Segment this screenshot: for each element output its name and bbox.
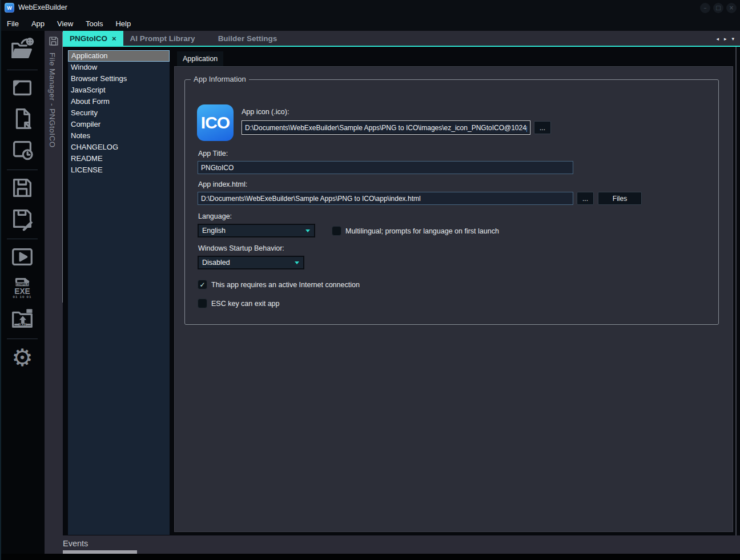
new-project-button[interactable]	[7, 75, 37, 103]
open-folder-globe-icon	[9, 37, 35, 65]
save-as-button[interactable]	[7, 206, 37, 234]
compile-exe-icon: COMPILE EXE 01 10 01	[9, 275, 35, 303]
app-window: W WebExeBuilder – □ × File App View Tool…	[0, 0, 740, 560]
run-preview-button[interactable]	[7, 244, 37, 272]
nav-item-compiler[interactable]: Compiler	[68, 119, 170, 130]
app-title-label: App Title:	[198, 150, 228, 158]
esc-label: ESC key can exit app	[211, 300, 280, 308]
nav-item-changelog[interactable]: CHANGELOG	[68, 142, 170, 153]
tab-scroll-left-icon[interactable]: ◂	[716, 36, 719, 42]
file-manager-strip[interactable]: File Manager - PNGtoICO	[45, 31, 63, 535]
import-file-button[interactable]	[7, 106, 37, 134]
tab-close-icon[interactable]: ×	[112, 34, 116, 43]
open-project-web-button[interactable]	[7, 37, 37, 65]
menu-file[interactable]: File	[0, 19, 25, 28]
app-icon-preview: ICO	[197, 104, 234, 141]
startup-value: Disabled	[202, 259, 230, 267]
menu-help[interactable]: Help	[109, 19, 137, 28]
multilingual-checkbox[interactable]: ✓	[332, 226, 341, 236]
menu-app[interactable]: App	[25, 19, 51, 28]
close-button[interactable]: ×	[726, 3, 737, 13]
app-logo-icon: W	[5, 3, 14, 13]
content-area: Application Window Browser Settings Java…	[63, 47, 740, 535]
window-left-edge	[0, 0, 1, 560]
new-window-icon	[9, 75, 35, 103]
title-bar: W WebExeBuilder – □ ×	[0, 0, 740, 16]
folder-export-exe-icon: EXE	[9, 305, 35, 334]
subtab-application[interactable]: Application	[177, 51, 223, 66]
chevron-down-icon	[305, 229, 310, 232]
maximize-button[interactable]: □	[713, 3, 723, 13]
file-clock-icon	[9, 136, 35, 165]
panel-edge-line	[735, 47, 737, 535]
app-index-browse-button[interactable]: ...	[577, 192, 594, 205]
events-tab[interactable]: Events	[63, 539, 88, 548]
export-exe-button[interactable]: EXE	[7, 305, 37, 334]
app-icon-label: App icon (.ico):	[242, 108, 289, 116]
nav-item-security[interactable]: Security	[68, 107, 170, 119]
document-tab-bar: PNGtoICO × AI Prompt Library Builder Set…	[63, 31, 740, 47]
compile-exe-button[interactable]: COMPILE EXE 01 10 01	[7, 275, 37, 303]
internet-checkbox[interactable]: ✓	[198, 280, 207, 289]
nav-item-browser-settings[interactable]: Browser Settings	[68, 73, 170, 84]
tab-label: PNGtoICO	[70, 34, 107, 43]
language-value: English	[202, 227, 226, 235]
multilingual-label: Multilingual; prompts for language on fi…	[345, 227, 499, 235]
checkmark-icon: ✓	[199, 281, 205, 288]
toolbar-separator	[7, 339, 38, 339]
tab-ai-prompt-library[interactable]: AI Prompt Library	[123, 31, 202, 46]
file-import-icon	[9, 106, 35, 134]
window-title: WebExeBuilder	[18, 3, 67, 11]
svg-text:EXE: EXE	[18, 322, 27, 327]
application-panel: App Information ICO App icon (.ico): ...…	[174, 66, 733, 532]
minimize-button[interactable]: –	[700, 3, 710, 13]
toolbar-separator	[7, 70, 38, 70]
tab-list-dropdown-icon[interactable]: ▾	[731, 36, 734, 42]
file-manager-strip-label[interactable]: File Manager - PNGtoICO	[48, 53, 57, 148]
tab-label: Builder Settings	[218, 34, 278, 43]
internet-label: This app requires an active Internet con…	[211, 281, 360, 289]
recent-files-button[interactable]	[7, 136, 37, 165]
play-icon	[9, 244, 35, 272]
menu-bar: File App View Tools Help	[0, 16, 740, 31]
gear-icon: ⚙	[11, 346, 33, 370]
language-select[interactable]: English	[198, 224, 315, 237]
tab-pngtoico[interactable]: PNGtoICO ×	[63, 31, 123, 46]
app-icon-browse-button[interactable]: ...	[534, 121, 551, 134]
save-icon	[9, 175, 35, 203]
chevron-down-icon	[295, 261, 299, 264]
files-button[interactable]: Files	[598, 192, 642, 205]
app-title-input[interactable]	[198, 161, 573, 174]
svg-text:COMPILE: COMPILE	[16, 283, 29, 286]
nav-item-about-form[interactable]: About Form	[68, 96, 170, 107]
startup-label: Windows Startup Behavior:	[198, 244, 284, 252]
events-bar: Events	[45, 535, 740, 554]
app-index-input[interactable]	[198, 192, 573, 205]
nav-item-application[interactable]: Application	[68, 50, 170, 62]
startup-select[interactable]: Disabled	[198, 256, 304, 269]
app-index-label: App index.html:	[198, 180, 247, 188]
app-information-group: App Information ICO App icon (.ico): ...…	[184, 79, 719, 325]
save-edit-icon	[9, 206, 35, 234]
language-label: Language:	[198, 212, 232, 220]
nav-item-readme[interactable]: README	[68, 153, 170, 164]
bottom-strip	[0, 554, 740, 560]
esc-checkbox[interactable]: ✓	[198, 299, 207, 308]
menu-view[interactable]: View	[51, 19, 79, 28]
nav-item-license[interactable]: LICENSE	[68, 164, 170, 176]
main-toolbar: COMPILE EXE 01 10 01 EXE	[0, 31, 45, 560]
nav-item-notes[interactable]: Notes	[68, 130, 170, 142]
save-button[interactable]	[7, 175, 37, 203]
menu-tools[interactable]: Tools	[79, 19, 109, 28]
section-nav-list: Application Window Browser Settings Java…	[68, 50, 170, 535]
toolbar-separator	[7, 170, 38, 170]
settings-button[interactable]: ⚙	[7, 344, 37, 372]
svg-text:01 10 01: 01 10 01	[13, 295, 31, 299]
workspace: COMPILE EXE 01 10 01 EXE	[0, 31, 740, 560]
file-manager-save-icon	[47, 34, 60, 50]
app-icon-path-input[interactable]	[242, 120, 530, 135]
tab-scroll-right-icon[interactable]: ▸	[724, 36, 727, 42]
tab-builder-settings[interactable]: Builder Settings	[211, 31, 284, 46]
nav-item-javascript[interactable]: JavaScript	[68, 84, 170, 96]
nav-item-window[interactable]: Window	[68, 62, 170, 73]
